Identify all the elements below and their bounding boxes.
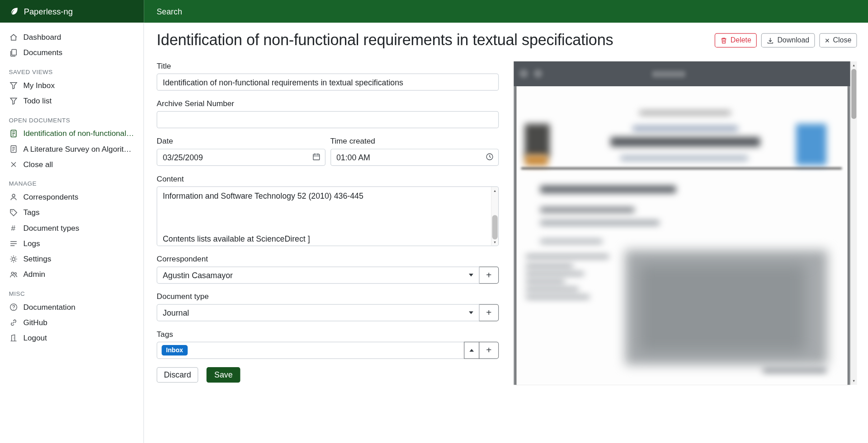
main-content: Identification of non-functional require… <box>144 23 868 443</box>
sidebar-item-tags[interactable]: Tags <box>0 205 143 220</box>
sidebar-item-correspondents[interactable]: Correspondents <box>0 189 143 205</box>
navbar: Paperless-ng <box>0 0 868 23</box>
asn-field[interactable] <box>157 111 499 128</box>
pdf-scroll-up-button[interactable]: ▲ <box>851 61 857 69</box>
tags-input[interactable]: Inbox <box>157 342 465 359</box>
sidebar-open-doc-2[interactable]: A Literature Survey on Algorithms for Mu… <box>0 141 143 156</box>
document-form: Title Archive Serial Number Date <box>157 61 499 382</box>
brand-label: Paperless-ng <box>24 7 73 16</box>
sidebar-item-github[interactable]: GitHub <box>0 315 143 330</box>
plus-icon: + <box>486 270 491 280</box>
tag-icon <box>9 208 18 217</box>
close-button[interactable]: × Close <box>819 33 857 47</box>
person-icon <box>9 192 18 201</box>
sidebar-item-label: Document types <box>23 224 79 233</box>
close-icon: × <box>825 37 830 44</box>
funnel-icon <box>9 81 18 90</box>
gear-icon <box>9 254 18 263</box>
sidebar-item-label: Dashboard <box>23 33 61 42</box>
content-textarea[interactable]: Information and Software Technology 52 (… <box>157 187 491 246</box>
document-actions: Delete Download × Close <box>714 33 857 47</box>
house-icon <box>9 33 18 42</box>
manage-header: MANAGE <box>0 172 143 189</box>
content-scroll-down-button[interactable]: ▼ <box>491 238 498 246</box>
sidebar: Dashboard Documents SAVED VIEWS My Inbox… <box>0 23 144 443</box>
tags-label: Tags <box>157 330 499 339</box>
pdf-toolbar-control <box>652 71 685 78</box>
download-label: Download <box>777 36 809 45</box>
blurred-text-line <box>633 126 738 131</box>
sidebar-item-document-types[interactable]: # Document types <box>0 220 143 235</box>
tag-badge-inbox[interactable]: Inbox <box>162 345 188 355</box>
sidebar-item-documentation[interactable]: Documentation <box>0 299 143 314</box>
download-icon <box>767 37 774 44</box>
correspondent-select[interactable]: Agustin Casamayor <box>157 266 480 284</box>
trash-icon <box>720 37 727 44</box>
pdf-preview: ▲ ▼ <box>514 61 857 385</box>
blurred-text-line <box>526 264 573 267</box>
content-label: Content <box>157 174 499 183</box>
delete-button[interactable]: Delete <box>714 33 757 47</box>
title-field[interactable] <box>157 74 499 91</box>
sidebar-item-label: Logout <box>23 333 47 342</box>
content-scrollbar[interactable]: ▲ ▼ <box>491 187 498 246</box>
link-icon <box>9 318 18 327</box>
blurred-text-line <box>526 280 565 283</box>
blurred-article-title <box>540 186 676 193</box>
blurred-journal-cover <box>796 124 826 165</box>
pdf-toolbar-control <box>533 69 542 78</box>
document-type-add-button[interactable]: + <box>479 304 499 321</box>
document-type-select[interactable]: Journal <box>157 304 480 321</box>
blurred-text-line <box>526 272 584 275</box>
date-label: Date <box>157 136 326 145</box>
plus-icon: + <box>486 345 491 355</box>
people-icon <box>9 270 18 279</box>
sidebar-item-label: Admin <box>23 270 45 279</box>
pdf-scroll-down-button[interactable]: ▼ <box>851 377 857 385</box>
correspondent-add-button[interactable]: + <box>479 266 499 284</box>
content-scroll-up-button[interactable]: ▲ <box>491 187 498 194</box>
blurred-divider <box>521 168 842 169</box>
file-text-icon <box>9 145 18 154</box>
tags-dropdown-button[interactable] <box>464 342 479 359</box>
blurred-journal-logo <box>525 124 550 157</box>
sidebar-item-todo-list[interactable]: Todo list <box>0 93 143 108</box>
content-scroll-thumb[interactable] <box>492 215 498 239</box>
x-icon <box>9 160 18 169</box>
sidebar-item-label: Todo list <box>23 96 52 105</box>
sidebar-item-close-all[interactable]: Close all <box>0 157 143 172</box>
sidebar-item-admin[interactable]: Admin <box>0 266 143 282</box>
date-field[interactable] <box>157 149 326 166</box>
asn-label: Archive Serial Number <box>157 99 499 108</box>
sidebar-item-logs[interactable]: Logs <box>0 236 143 251</box>
blurred-text-line <box>540 207 634 212</box>
pdf-scrollbar[interactable]: ▲ ▼ <box>850 61 857 385</box>
sidebar-item-my-inbox[interactable]: My Inbox <box>0 77 143 93</box>
door-icon <box>9 333 18 342</box>
pdf-viewer-body <box>514 86 850 385</box>
sidebar-item-documents[interactable]: Documents <box>0 45 143 60</box>
time-label: Time created <box>330 136 499 145</box>
sidebar-item-logout[interactable]: Logout <box>0 330 143 345</box>
pdf-scroll-thumb[interactable] <box>851 69 856 119</box>
caret-up-icon <box>469 349 474 352</box>
page-title: Identification of non-functional require… <box>157 32 613 49</box>
question-circle-icon <box>9 303 18 312</box>
sidebar-item-label: A Literature Survey on Algorithms for Mu… <box>23 145 134 154</box>
blurred-text-line <box>526 288 578 291</box>
sidebar-item-label: My Inbox <box>23 81 55 90</box>
brand[interactable]: Paperless-ng <box>0 0 144 23</box>
time-field[interactable] <box>330 149 499 166</box>
pdf-page <box>516 86 847 385</box>
sidebar-open-doc-1[interactable]: Identification of non-functional require… <box>0 126 143 141</box>
sidebar-item-settings[interactable]: Settings <box>0 251 143 266</box>
tags-add-button[interactable]: + <box>479 342 499 359</box>
discard-button[interactable]: Discard <box>157 367 198 382</box>
sidebar-item-label: Settings <box>23 254 51 263</box>
hash-icon: # <box>9 224 18 233</box>
search-input[interactable] <box>156 6 388 16</box>
download-button[interactable]: Download <box>761 33 815 47</box>
sidebar-item-dashboard[interactable]: Dashboard <box>0 29 143 45</box>
open-documents-header: OPEN DOCUMENTS <box>0 108 143 126</box>
save-button[interactable]: Save <box>207 367 241 382</box>
